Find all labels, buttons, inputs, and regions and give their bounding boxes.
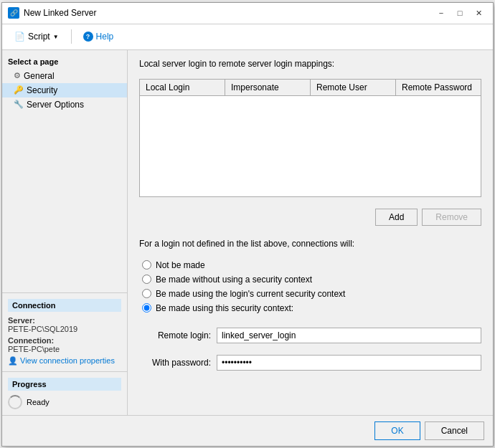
ready-label: Ready (27, 398, 50, 406)
footer: OK Cancel (2, 415, 493, 446)
radio-no-security-label: Be made without using a security context (156, 275, 312, 285)
gear-icon: ⚙ (14, 71, 21, 80)
radio-group: Not be made Be made without using a secu… (139, 260, 481, 313)
toolbar-separator (71, 29, 72, 44)
connection-value: PETE-PC\pete (8, 345, 121, 353)
sidebar: Select a page ⚙ General 🔑 Security 🔧 Ser… (2, 50, 128, 415)
main-window: 🔗 New Linked Server − □ ✕ 📄 Script ▼ ? H… (1, 2, 494, 447)
view-connection-properties-link[interactable]: 👤 View connection properties (8, 356, 121, 366)
main-content: Select a page ⚙ General 🔑 Security 🔧 Ser… (2, 50, 493, 415)
radio-login-context-input[interactable] (142, 289, 151, 298)
window-icon: 🔗 (8, 7, 19, 19)
connection-heading: Connection (8, 299, 121, 312)
add-button[interactable]: Add (375, 209, 418, 226)
maximize-button[interactable]: □ (451, 6, 468, 20)
login-mapping-table: Local Login Impersonate Remote User Remo… (139, 79, 481, 197)
radio-this-context[interactable]: Be made using this security context: (142, 303, 481, 313)
radio-this-context-label: Be made using this security context: (156, 303, 293, 313)
with-password-row: With password: (139, 355, 481, 371)
remove-button[interactable]: Remove (422, 209, 481, 226)
title-controls: − □ ✕ (433, 6, 487, 20)
window-title: New Linked Server (24, 8, 96, 18)
radio-this-context-input[interactable] (142, 303, 151, 313)
connections-label: For a login not defined in the list abov… (139, 239, 481, 249)
mapping-label: Local server login to remote server logi… (139, 59, 481, 69)
view-link-label: View connection properties (20, 356, 115, 365)
minimize-button[interactable]: − (433, 6, 450, 20)
progress-ready: Ready (8, 395, 121, 409)
key-icon: 🔑 (14, 85, 24, 95)
table-header-row: Local Login Impersonate Remote User Remo… (140, 80, 481, 96)
title-bar: 🔗 New Linked Server − □ ✕ (2, 3, 493, 24)
remote-user-header: Remote User (311, 80, 396, 95)
table-rows-area[interactable] (140, 96, 481, 196)
person-icon: 👤 (8, 356, 18, 366)
impersonate-header: Impersonate (225, 80, 311, 95)
connections-section: For a login not defined in the list abov… (139, 239, 481, 249)
server-label: Server: (8, 316, 121, 325)
with-password-label: With password: (139, 358, 211, 368)
remote-login-row: Remote login: (139, 328, 481, 343)
progress-section: Progress Ready (2, 371, 127, 415)
connection-section: Connection Server: PETE-PC\SQL2019 Conne… (2, 292, 127, 371)
radio-login-context-label: Be made using the login's current securi… (156, 289, 345, 299)
cancel-button[interactable]: Cancel (425, 421, 484, 440)
radio-no-security-input[interactable] (142, 275, 151, 284)
radio-not-be-made[interactable]: Not be made (142, 260, 481, 270)
script-label: Script (28, 32, 50, 42)
remote-login-label: Remote login: (139, 330, 211, 340)
help-button[interactable]: ? Help (77, 29, 120, 44)
progress-heading: Progress (8, 378, 121, 391)
connection-label: Connection: (8, 336, 121, 345)
radio-no-security[interactable]: Be made without using a security context (142, 275, 481, 285)
chevron-down-icon: ▼ (53, 34, 59, 40)
select-page-heading: Select a page (2, 54, 127, 69)
wrench-icon: 🔧 (14, 100, 24, 109)
with-password-input[interactable] (217, 355, 481, 371)
add-remove-row: Add Remove (139, 209, 481, 226)
ok-button[interactable]: OK (374, 421, 420, 440)
remote-login-input[interactable] (217, 328, 481, 343)
sidebar-item-general[interactable]: ⚙ General (2, 69, 127, 83)
radio-not-be-made-input[interactable] (142, 260, 151, 270)
radio-not-be-made-label: Not be made (156, 260, 205, 270)
right-panel: Local server login to remote server logi… (128, 50, 493, 415)
sidebar-item-label: General (24, 71, 55, 81)
sidebar-item-server-options[interactable]: 🔧 Server Options (2, 97, 127, 112)
remote-password-header: Remote Password (396, 80, 481, 95)
help-icon: ? (83, 32, 93, 42)
help-label: Help (96, 32, 114, 42)
sidebar-nav-section: Select a page ⚙ General 🔑 Security 🔧 Ser… (2, 50, 127, 116)
title-bar-left: 🔗 New Linked Server (8, 7, 96, 19)
close-button[interactable]: ✕ (470, 6, 487, 20)
local-login-header: Local Login (140, 80, 225, 95)
progress-spinner (8, 395, 22, 409)
toolbar: 📄 Script ▼ ? Help (2, 24, 493, 50)
sidebar-item-label: Server Options (27, 100, 84, 110)
sidebar-item-security[interactable]: 🔑 Security (2, 83, 127, 97)
script-icon: 📄 (14, 32, 25, 42)
server-value: PETE-PC\SQL2019 (8, 325, 121, 333)
sidebar-item-label: Security (27, 85, 57, 95)
script-button[interactable]: 📄 Script ▼ (8, 28, 65, 45)
radio-login-context[interactable]: Be made using the login's current securi… (142, 289, 481, 299)
